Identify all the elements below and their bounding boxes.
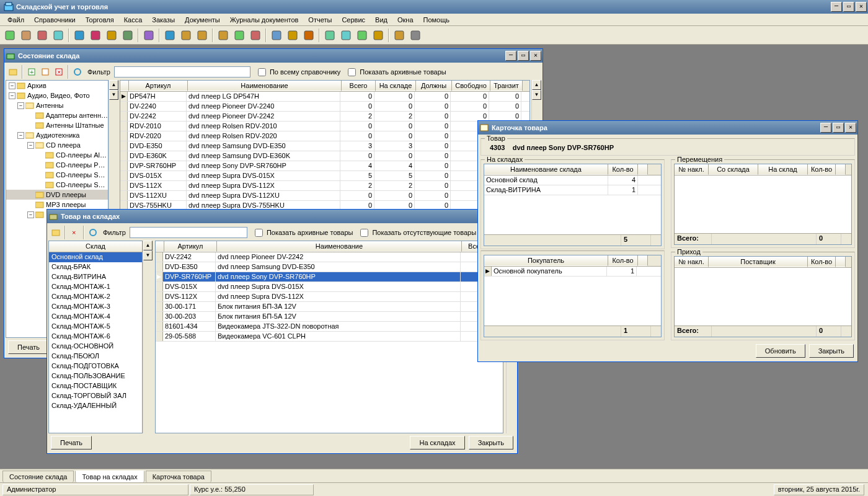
table-row[interactable]: DVS-112Xdvd плеер Supra DVS-112X22000 <box>120 181 529 191</box>
expand-icon[interactable]: − <box>9 92 16 99</box>
table-row[interactable]: DVD-E350dvd плеер Samsung DVD-E3503 <box>156 262 503 272</box>
toolbar-btn-6[interactable] <box>104 28 119 43</box>
window-card-maximize[interactable]: ▭ <box>833 123 844 133</box>
tree-node[interactable]: Адаптеры антенн… <box>6 110 108 120</box>
toolbar-btn-12[interactable] <box>216 28 231 43</box>
list-item[interactable]: Склад-ТОРГОВЫЙ ЗАЛ <box>49 391 142 401</box>
tree-node[interactable]: CD-плееры P… <box>6 160 108 170</box>
table-row[interactable]: ▶DP547Hdvd плеер LG DP547H00000 <box>120 92 529 102</box>
col-header[interactable]: Наименование <box>188 81 342 91</box>
stock-refresh-button[interactable] <box>87 226 99 239</box>
print-button[interactable]: Печать <box>8 340 49 354</box>
toolbar-btn-13[interactable] <box>232 28 247 43</box>
menu-4[interactable]: Заказы <box>147 15 180 25</box>
table-row[interactable]: DV-2242dvd плеер Pioneer DV-22422 <box>156 252 503 262</box>
col-header[interactable]: Свободно <box>452 81 490 91</box>
list-item[interactable]: Склад-МОНТАЖ-5 <box>49 322 142 332</box>
menu-5[interactable]: Документы <box>180 15 225 25</box>
toolbar-btn-7[interactable] <box>120 28 135 43</box>
list-item[interactable]: Склад-МОНТАЖ-2 <box>49 292 142 302</box>
toolbar-btn-14[interactable] <box>248 28 263 43</box>
window-state-titlebar[interactable]: Состояние склада ─ ▭ ✕ <box>4 49 542 63</box>
col-header[interactable] <box>156 241 164 252</box>
stock-grid[interactable]: АртикулНаименованиеВсего DV-2242dvd плее… <box>155 241 503 433</box>
toolbar-btn-22[interactable] <box>392 28 407 43</box>
table-row[interactable]: RDV-2010dvd плеер Rolsen RDV-201000000 <box>120 122 529 131</box>
col-header[interactable]: № накл. <box>675 164 709 175</box>
table-row[interactable]: Склад-ВИТРИНА1 <box>484 185 661 195</box>
store-list-scrollbar[interactable]: ▲▼ <box>143 241 153 433</box>
table-row[interactable]: 30-00-203Блок питания БП-5А 12V1 <box>156 312 503 322</box>
list-item[interactable]: Склад-ПОСТАВЩИК <box>49 381 142 391</box>
list-item[interactable]: Склад-ПОДГОТОВКА <box>49 361 142 371</box>
expand-icon[interactable]: − <box>9 82 16 89</box>
menu-11[interactable]: Помощь <box>418 15 455 25</box>
col-header[interactable]: Кол-во <box>808 257 836 267</box>
col-header[interactable]: Артикул <box>164 241 217 252</box>
menu-3[interactable]: Касса <box>119 15 148 25</box>
toolbar-btn-2[interactable] <box>35 28 50 43</box>
table-row[interactable]: DVP-SR760HPdvd плеер Sony DVP-SR760HP440… <box>120 161 529 171</box>
window-state-close[interactable]: ✕ <box>530 51 541 61</box>
card-update-button[interactable]: Обновить <box>756 344 805 358</box>
col-header[interactable]: Поставщик <box>709 257 808 267</box>
menu-7[interactable]: Отчеты <box>303 15 337 25</box>
col-header[interactable] <box>120 81 129 91</box>
table-row[interactable]: 30-00-171Блок питания БП-3А 12V1 <box>156 302 503 312</box>
bottom-tab[interactable]: Карточка товара <box>146 471 211 482</box>
table-row[interactable]: DV-2240dvd плеер Pioneer DV-224000000 <box>120 102 529 112</box>
toolbar-btn-4[interactable] <box>72 28 87 43</box>
tree-node[interactable]: −Аудиотехника <box>6 130 108 140</box>
list-item[interactable]: Склад-МОНТАЖ-4 <box>49 312 142 322</box>
expand-icon[interactable]: − <box>27 142 34 149</box>
col-header[interactable]: Наименование <box>217 241 462 252</box>
card-close-button[interactable]: Закрыть <box>809 344 854 358</box>
col-header[interactable]: Наименование склада <box>484 164 608 175</box>
table-row[interactable]: RDV-2020dvd плеер Rolsen RDV-202000000 <box>120 131 529 141</box>
table-row[interactable]: 81601-434Видеокамера JTS-322-DN поворотн… <box>156 322 503 332</box>
tree-node[interactable]: −CD плеера <box>6 140 108 150</box>
window-state-maximize[interactable]: ▭ <box>518 51 529 61</box>
tree-node[interactable]: −Антенны <box>6 100 108 110</box>
table-row[interactable]: DVS-112Xdvd плеер Supra DVS-112X2 <box>156 292 503 302</box>
tree-node[interactable]: CD-плееры S… <box>6 180 108 190</box>
tree-node[interactable]: MP3 плееры <box>6 200 108 210</box>
tree-node[interactable]: DVD плееры <box>6 190 108 200</box>
toolbar-btn-5[interactable] <box>88 28 103 43</box>
menu-9[interactable]: Вид <box>370 15 392 25</box>
delete-button[interactable]: × <box>53 66 65 78</box>
toolbar-btn-11[interactable] <box>195 28 210 43</box>
card-onstock-grid[interactable]: Наименование складаКол-во Основной склад… <box>484 164 662 246</box>
list-item[interactable]: Склад-УДАЛЕННЫЙ <box>49 401 142 411</box>
list-item[interactable]: Склад-МОНТАЖ-3 <box>49 302 142 312</box>
add-button[interactable]: + <box>25 66 38 78</box>
filter-input[interactable] <box>114 66 250 78</box>
card-incoming-grid[interactable]: № накл.ПоставщикКол-во Всего:0 <box>674 256 852 337</box>
toolbar-btn-16[interactable] <box>285 28 300 43</box>
toolbar-btn-8[interactable] <box>141 28 156 43</box>
window-card-minimize[interactable]: ─ <box>820 123 831 133</box>
tree-node[interactable]: −Архив <box>6 81 108 91</box>
toolbar-btn-0[interactable] <box>2 28 17 43</box>
toolbar-btn-17[interactable] <box>301 28 316 43</box>
col-header[interactable]: Кол-во <box>608 164 638 175</box>
expand-icon[interactable]: − <box>17 132 24 139</box>
card-moves-grid[interactable]: № накл.Со складаНа складКол-во Всего:0 <box>674 164 852 245</box>
tree-node[interactable]: Антенны Штатные <box>6 120 108 130</box>
toolbar-btn-9[interactable] <box>162 28 177 43</box>
table-row[interactable]: DVS-015Xdvd плеер Supra DVS-015X55000 <box>120 171 529 181</box>
menu-1[interactable]: Справочники <box>29 15 81 25</box>
col-header[interactable]: Со склада <box>709 164 758 175</box>
toolbar-btn-19[interactable] <box>339 28 353 43</box>
list-item[interactable]: Склад-ВИТРИНА <box>49 272 142 282</box>
stock-delete-button[interactable]: × <box>68 226 81 239</box>
list-item[interactable]: Склад-МОНТАЖ-6 <box>49 332 142 342</box>
table-row[interactable]: 29-05-588Видеокамера VC-601 CLPH1 <box>156 332 503 342</box>
list-item[interactable]: Склад-ОСНОВНОЙ <box>49 342 142 352</box>
window-card-titlebar[interactable]: Карточка товара ─ ▭ ✕ <box>478 121 857 135</box>
menu-6[interactable]: Журналы документов <box>225 15 304 25</box>
store-list[interactable]: СкладОсновной складСклад-БРАКСклад-ВИТРИ… <box>48 241 143 433</box>
card-buyer-grid[interactable]: ПокупательКол-во ▶Основной покупатель1 1 <box>484 255 662 337</box>
stock-filter-input[interactable] <box>130 227 247 238</box>
toolbar-btn-23[interactable] <box>408 28 423 43</box>
